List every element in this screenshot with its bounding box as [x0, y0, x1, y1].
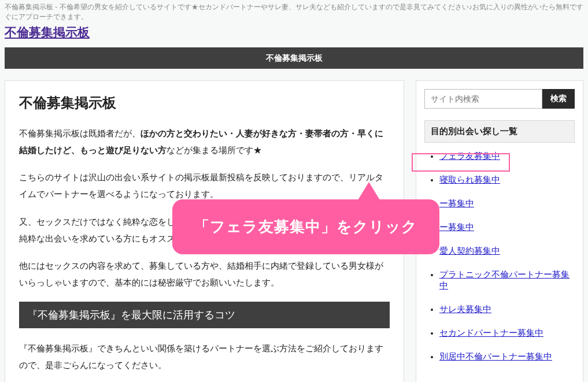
page-heading: 不倫募集掲示板: [19, 94, 390, 112]
page-tagline: 不倫募集掲示板 - 不倫希望の男女を紹介しているサイトです★セカンドパートナーや…: [0, 0, 588, 23]
list-item: フェラ友募集中: [439, 151, 575, 162]
category-link[interactable]: 寝取られ募集中: [439, 175, 500, 184]
paragraph-1: 不倫募集掲示板は既婚者だが、ほかの方と交わりたい・人妻が好きな方・妻帯者の方・早…: [19, 125, 390, 159]
site-title: 不倫募集掲示板: [0, 23, 588, 45]
category-link[interactable]: 別居中不倫パートナー募集中: [439, 352, 552, 361]
category-link[interactable]: 愛人契約募集中: [439, 246, 500, 255]
navbar: 不倫募集掲示板: [5, 47, 583, 69]
paragraph-4: 他にはセックスの内容を求めて、募集している方や、結婚相手に内緒で登録している男女…: [19, 257, 390, 291]
list-item: 愛人契約募集中: [439, 246, 575, 257]
paragraph-2: こちらのサイトは沢山の出会い系サイトの掲示板最新投稿を反映しておりますので、リア…: [19, 169, 390, 203]
category-link[interactable]: フェラ友募集中: [439, 151, 500, 161]
annotation-callout: 「フェラ友募集中」をクリック: [172, 199, 439, 254]
sidebar-section-title: 目的別出会い探し一覧: [424, 120, 575, 143]
category-link[interactable]: サレ夫募集中: [439, 305, 491, 314]
search-button[interactable]: 検索: [542, 89, 575, 109]
list-item: サレ夫募集中: [439, 304, 575, 315]
section-heading: 『不倫募集掲示板』を最大限に活用するコツ: [19, 302, 390, 328]
list-item: ー募集中: [439, 222, 575, 233]
list-item: プラトニック不倫パートナー募集中: [439, 269, 575, 291]
search-box: 検索: [424, 89, 575, 109]
navbar-label[interactable]: 不倫募集掲示板: [266, 53, 323, 62]
category-link[interactable]: セカンドパートナー募集中: [439, 328, 543, 338]
category-link[interactable]: プラトニック不倫パートナー募集中: [439, 270, 569, 290]
list-item: ー募集中: [439, 198, 575, 209]
search-input[interactable]: [424, 89, 542, 109]
category-list: フェラ友募集中 寝取られ募集中 ー募集中 ー募集中 愛人契約募集中 プラトニック…: [424, 151, 575, 362]
sidebar: 検索 目的別出会い探し一覧 フェラ友募集中 寝取られ募集中 ー募集中 ー募集中 …: [416, 80, 583, 382]
category-link[interactable]: ー募集中: [439, 222, 474, 232]
paragraph-1-plain: 不倫募集掲示板は既婚者だが、: [19, 128, 140, 138]
list-item: 寝取られ募集中: [439, 175, 575, 186]
paragraph-5: 『不倫募集掲示板』できちんといい関係を築けるパートナーを選ぶ方法をご紹介しており…: [19, 340, 390, 374]
site-title-link[interactable]: 不倫募集掲示板: [5, 25, 90, 39]
paragraph-1-tail: などが集まる場所です★: [167, 145, 262, 155]
category-link[interactable]: ー募集中: [439, 199, 474, 208]
list-item: 別居中不倫パートナー募集中: [439, 351, 575, 362]
list-item: セカンドパートナー募集中: [439, 328, 575, 339]
